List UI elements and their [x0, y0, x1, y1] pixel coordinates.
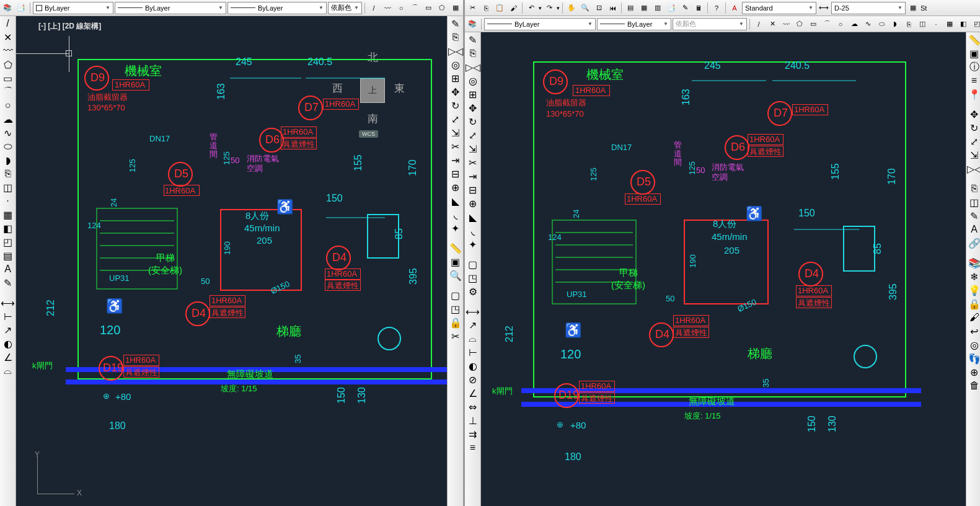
circle-icon[interactable]: ○: [2, 99, 14, 112]
trim-icon[interactable]: ✂: [467, 156, 479, 169]
cut-icon[interactable]: ✂: [466, 2, 479, 14]
mirror-icon[interactable]: ▷◁: [467, 61, 479, 73]
layer-walk-icon[interactable]: 👣: [968, 352, 981, 365]
matchprop-icon[interactable]: 🖌: [507, 2, 519, 14]
zoom-window-icon[interactable]: ⊡: [593, 2, 605, 14]
region-icon[interactable]: ◰: [971, 18, 980, 30]
dim-linear-icon[interactable]: ⊢: [2, 310, 14, 322]
drawing-canvas-right[interactable]: 機械室 D9 1HR60A 油脂截留器 130*65*70 245 240.5 …: [481, 32, 966, 506]
layer-dropdown[interactable]: ByLayer ▼: [33, 2, 113, 14]
vp-lock-icon[interactable]: 🔒: [449, 316, 462, 329]
array-icon[interactable]: ⊞: [449, 72, 462, 84]
spline-icon[interactable]: ∿: [2, 126, 14, 139]
id-icon[interactable]: 📍: [968, 88, 981, 100]
drawing-canvas-left[interactable]: [-] [上] [2D 線架構] 北 南 西 東 上 WCS X Y: [16, 16, 447, 506]
polyline-icon[interactable]: 〰: [780, 18, 792, 30]
properties-icon[interactable]: ▤: [624, 2, 637, 14]
attribute-icon[interactable]: A: [968, 223, 981, 236]
circle-icon[interactable]: ○: [834, 18, 847, 30]
make-block-icon[interactable]: ◫: [2, 181, 14, 193]
copy-icon[interactable]: ⎘: [449, 31, 462, 43]
dim-angular-icon[interactable]: ∠: [2, 351, 14, 363]
paste-icon[interactable]: 📋: [493, 2, 506, 14]
zoom-previous-icon[interactable]: ⏮: [606, 2, 619, 14]
plotstyle-dropdown[interactable]: 依顏色 ▼: [673, 18, 747, 30]
distance-icon[interactable]: 📏: [968, 33, 981, 46]
page-setup-icon[interactable]: ⚙: [467, 285, 479, 298]
dim-radius-icon[interactable]: ◐: [2, 337, 14, 350]
plotstyle-dropdown[interactable]: 依顏色 ▼: [328, 2, 362, 14]
lineweight-dropdown[interactable]: ByLayer ▼: [227, 2, 327, 14]
ellipse-arc-icon[interactable]: ◗: [2, 154, 14, 166]
undo-icon[interactable]: ↶: [525, 2, 537, 14]
revcloud-icon[interactable]: ☁: [2, 113, 14, 125]
ellipse-icon[interactable]: ⬭: [875, 18, 888, 30]
extend-icon[interactable]: ⇥: [467, 170, 479, 182]
layout-icon[interactable]: ▢: [449, 289, 462, 301]
line-icon[interactable]: /: [2, 17, 14, 30]
scale-icon[interactable]: ⤢: [467, 129, 479, 141]
join-icon[interactable]: ⊕: [467, 197, 479, 210]
xline-icon[interactable]: ✕: [2, 31, 14, 43]
dim-style-icon[interactable]: ⟷: [818, 2, 830, 14]
fillet-icon[interactable]: ◟: [467, 224, 479, 237]
dim-ordinate-icon[interactable]: ⊢: [467, 346, 479, 358]
dimstyle-dropdown[interactable]: D-25 ▼: [831, 2, 906, 14]
layer-freeze-icon[interactable]: ❄: [968, 270, 981, 283]
extend-icon[interactable]: ⇥: [449, 154, 462, 166]
trim-icon[interactable]: ✂: [449, 140, 462, 153]
erase-icon[interactable]: ✎: [467, 33, 479, 46]
rotate-icon[interactable]: ↻: [467, 115, 479, 128]
circle-icon[interactable]: ○: [395, 2, 407, 14]
rectangle-icon[interactable]: ▭: [422, 2, 435, 14]
point-icon[interactable]: ·: [930, 18, 942, 30]
quickcalc-icon[interactable]: 🖩: [692, 2, 705, 14]
copy-icon[interactable]: ⎘: [480, 2, 492, 14]
measure-icon[interactable]: 📏: [449, 242, 462, 254]
layer-lock-icon[interactable]: 🔒: [968, 298, 981, 310]
polygon-icon[interactable]: ⬠: [793, 18, 806, 30]
help-icon[interactable]: ?: [710, 2, 723, 14]
dim-linear-icon[interactable]: ⟷: [467, 305, 479, 317]
dim-angular-icon[interactable]: ∠: [467, 387, 479, 399]
revcloud-icon[interactable]: ☁: [848, 18, 860, 30]
text-style-icon[interactable]: A: [728, 2, 741, 14]
ellipse-icon[interactable]: ⬭: [2, 140, 14, 153]
move-icon[interactable]: ✥: [467, 102, 479, 114]
edit-block-icon[interactable]: ✎: [968, 210, 981, 222]
dim-arc-icon[interactable]: ⌓: [2, 365, 14, 377]
toolpalettes-icon[interactable]: ▥: [651, 2, 664, 14]
dimension-icon[interactable]: ⟷: [2, 296, 14, 309]
layout-wizard-icon[interactable]: ◳: [467, 272, 479, 284]
insert-icon[interactable]: ⎘: [903, 18, 915, 30]
viewport-label[interactable]: [-] [上] [2D 線架構]: [38, 21, 101, 32]
stretch-icon[interactable]: ⇲: [449, 126, 462, 139]
arc-icon[interactable]: ⌒: [2, 86, 14, 98]
mtext-icon[interactable]: A: [2, 263, 14, 275]
textstyle-dropdown[interactable]: Standard ▼: [742, 2, 816, 14]
hatch-icon[interactable]: ▦: [449, 2, 462, 14]
dim-baseline-icon[interactable]: ⊥: [467, 414, 479, 427]
ellipse-arc-icon[interactable]: ◗: [889, 18, 901, 30]
move-icon[interactable]: ✥: [968, 108, 981, 120]
region-icon[interactable]: ◰: [2, 236, 14, 248]
layer-match-icon[interactable]: 🖌: [968, 311, 981, 324]
gradient-icon[interactable]: ◧: [957, 18, 969, 30]
mirror-icon[interactable]: ▷◁: [449, 45, 462, 57]
vp-clip-icon[interactable]: ✂: [449, 330, 462, 342]
addselected-icon[interactable]: ✎: [2, 277, 14, 289]
layer-off-icon[interactable]: 💡: [968, 284, 981, 296]
sheetset-icon[interactable]: 📑: [665, 2, 678, 14]
chamfer-icon[interactable]: ◣: [467, 211, 479, 223]
mirror-icon[interactable]: ▷◁: [968, 162, 981, 175]
dim-radius-icon[interactable]: ◐: [467, 360, 479, 372]
layer-manager-icon[interactable]: 📚: [1, 2, 14, 14]
spline-icon[interactable]: ∿: [862, 18, 874, 30]
redo-icon[interactable]: ↷: [543, 2, 555, 14]
stretch-icon[interactable]: ⇲: [968, 149, 981, 161]
gradient-icon[interactable]: ◧: [2, 222, 14, 234]
array-icon[interactable]: ⊞: [467, 88, 479, 100]
hatch-icon[interactable]: ▦: [943, 18, 956, 30]
layer-manager-icon[interactable]: 📚: [466, 18, 479, 30]
copy-icon[interactable]: ⎘: [467, 47, 479, 60]
